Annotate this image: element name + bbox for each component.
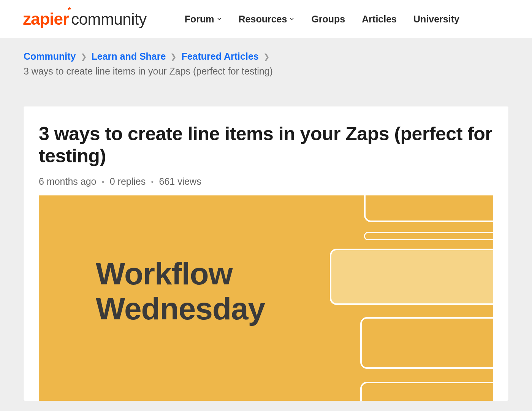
hero-line-1: Workflow — [96, 256, 232, 291]
site-logo[interactable]: zapier* community — [23, 11, 147, 27]
nav-label: Groups — [311, 14, 345, 25]
chevron-right-icon: ❯ — [263, 52, 271, 61]
breadcrumb-featured-articles[interactable]: Featured Articles — [181, 51, 258, 62]
topbar: zapier* community Forum Resources Groups… — [0, 0, 532, 38]
meta-views: 661 views — [159, 176, 201, 187]
breadcrumb-current: 3 ways to create line items in your Zaps… — [24, 66, 273, 77]
chevron-down-icon — [289, 16, 294, 22]
logo-brand-text: zapier* — [23, 11, 69, 27]
hero-decor-box — [364, 232, 493, 240]
nav-item-groups[interactable]: Groups — [311, 14, 345, 25]
nav-item-resources[interactable]: Resources — [239, 14, 295, 25]
hero-headline: Workflow Wednesday — [96, 256, 265, 326]
hero-decor-box — [360, 317, 493, 369]
breadcrumb-community[interactable]: Community — [24, 51, 76, 62]
nav-label: Resources — [239, 14, 287, 25]
primary-nav: Forum Resources Groups Articles Universi… — [185, 14, 459, 25]
logo-asterisk-icon: * — [68, 6, 70, 14]
breadcrumb: Community ❯ Learn and Share ❯ Featured A… — [0, 38, 532, 84]
chevron-right-icon: ❯ — [80, 52, 88, 61]
nav-label: University — [413, 14, 459, 25]
hero-line-2: Wednesday — [96, 291, 265, 326]
nav-label: Forum — [185, 14, 214, 25]
nav-item-university[interactable]: University — [413, 14, 459, 25]
nav-label: Articles — [362, 14, 397, 25]
logo-sub-text: community — [71, 11, 147, 27]
nav-item-forum[interactable]: Forum — [185, 14, 222, 25]
chevron-right-icon: ❯ — [169, 52, 177, 61]
breadcrumb-learn-and-share[interactable]: Learn and Share — [92, 51, 166, 62]
article-card: 3 ways to create line items in your Zaps… — [24, 106, 508, 401]
meta-age: 6 months ago — [39, 176, 97, 187]
hero-decor-box — [360, 382, 493, 401]
hero-banner: Workflow Wednesday — [39, 195, 493, 401]
article-meta: 6 months ago ● 0 replies ● 661 views — [39, 176, 493, 187]
hero-decor-box — [330, 249, 493, 305]
hero-decor-box — [364, 195, 493, 222]
nav-item-articles[interactable]: Articles — [362, 14, 397, 25]
meta-replies: 0 replies — [110, 176, 146, 187]
chevron-down-icon — [217, 16, 222, 22]
article-title: 3 ways to create line items in your Zaps… — [39, 123, 493, 167]
dot-separator-icon: ● — [102, 179, 104, 184]
dot-separator-icon: ● — [151, 179, 154, 184]
